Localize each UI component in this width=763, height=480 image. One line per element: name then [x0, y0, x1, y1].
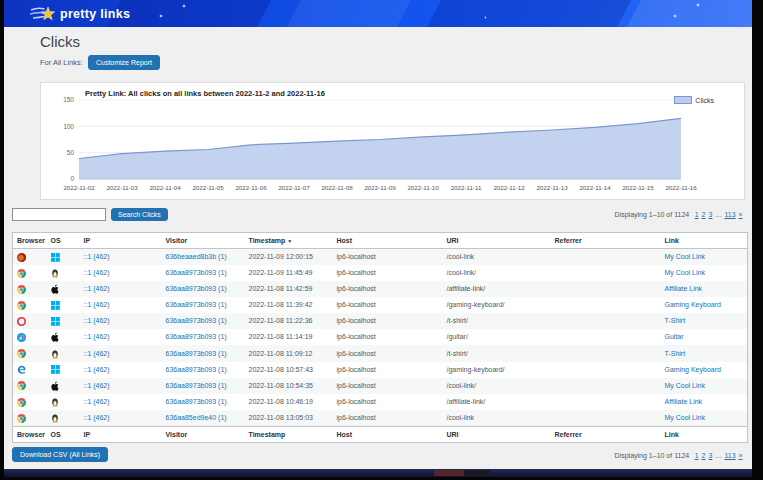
apple-os-icon	[51, 332, 59, 342]
ip-link[interactable]: ::1 (462)	[84, 269, 110, 276]
visitor-link[interactable]: 636aa8973b093 (1)	[166, 366, 227, 373]
column-header-referrer[interactable]: Referrer	[551, 233, 661, 249]
visitor-link[interactable]: 636aa8973b093 (1)	[166, 350, 227, 357]
pagination-ellipsis: …	[715, 211, 722, 218]
download-csv-button[interactable]: Download CSV (All Links)	[12, 447, 108, 462]
customize-report-button[interactable]: Customize Report	[88, 55, 160, 70]
uri-cell: /affiliate-link/	[447, 398, 486, 405]
pretty-link-link[interactable]: Affiliate Link	[665, 398, 703, 405]
column-header-browser[interactable]: Browser	[13, 427, 47, 443]
next-page-link[interactable]: »	[739, 211, 743, 218]
page-link-3[interactable]: 3	[709, 211, 713, 218]
visitor-link[interactable]: 636aa85ed9e40 (1)	[166, 414, 227, 421]
visitor-link[interactable]: 636aa8973b093 (1)	[166, 382, 227, 389]
column-header-host[interactable]: Host	[333, 427, 443, 443]
page-link-1[interactable]: 1	[695, 452, 699, 459]
clicks-table-body: ::1 (462)636beaaed8b3b (1)2022-11-09 12:…	[13, 249, 748, 427]
pretty-link-link[interactable]: Gaming Keyboard	[665, 366, 721, 373]
pretty-link-link[interactable]: My Cool Link	[665, 269, 705, 276]
host-cell: ip6-localhost	[337, 414, 376, 421]
click-row: ::1 (462)636aa8973b093 (1)2022-11-08 11:…	[13, 281, 748, 297]
visitor-link[interactable]: 636aa8973b093 (1)	[166, 285, 227, 292]
column-header-ip[interactable]: IP	[80, 233, 162, 249]
pagination-ellipsis: …	[715, 452, 722, 459]
linux-os-icon	[51, 413, 59, 423]
column-label: Host	[337, 237, 353, 244]
next-page-link[interactable]: »	[739, 452, 743, 459]
ip-link[interactable]: ::1 (462)	[84, 333, 110, 340]
page-link-3[interactable]: 3	[709, 452, 713, 459]
column-header-uri[interactable]: URI	[443, 427, 551, 443]
page-link-2[interactable]: 2	[702, 211, 706, 218]
column-header-link[interactable]: Link	[661, 233, 748, 249]
ip-link[interactable]: ::1 (462)	[84, 253, 110, 260]
ip-link[interactable]: ::1 (462)	[84, 366, 110, 373]
column-header-host[interactable]: Host	[333, 233, 443, 249]
apple-os-icon	[51, 284, 59, 294]
svg-text:2022-11-13: 2022-11-13	[536, 184, 568, 191]
pretty-link-link[interactable]: My Cool Link	[665, 253, 705, 260]
host-cell: ip6-localhost	[337, 301, 376, 308]
ip-link[interactable]: ::1 (462)	[84, 285, 110, 292]
column-header-browser[interactable]: Browser	[13, 233, 47, 249]
visitor-link[interactable]: 636aa8973b093 (1)	[166, 398, 227, 405]
linux-os-icon	[51, 349, 59, 359]
timestamp-cell: 2022-11-08 11:22:36	[249, 317, 313, 324]
column-label: Browser	[17, 431, 45, 438]
search-clicks-button[interactable]: Search Clicks	[111, 208, 168, 221]
pretty-link-link[interactable]: Affiliate Link	[665, 285, 703, 292]
page-title: Clicks	[40, 33, 80, 50]
search-input[interactable]	[12, 208, 106, 221]
click-row: ::1 (462)636aa8973b093 (1)2022-11-08 11:…	[13, 313, 748, 329]
column-header-referrer[interactable]: Referrer	[551, 427, 661, 443]
ip-link[interactable]: ::1 (462)	[84, 317, 110, 324]
ip-link[interactable]: ::1 (462)	[84, 382, 110, 389]
last-page-link[interactable]: 113	[724, 452, 735, 459]
timestamp-cell: 2022-11-09 12:00:15	[249, 253, 313, 260]
column-header-ip[interactable]: IP	[80, 427, 162, 443]
pretty-link-link[interactable]: My Cool Link	[665, 382, 705, 389]
timestamp-cell: 2022-11-08 11:42:59	[249, 285, 313, 292]
pretty-link-link[interactable]: T-Shirt	[665, 350, 686, 357]
visitor-link[interactable]: 636aa8973b093 (1)	[166, 317, 227, 324]
column-header-os[interactable]: OS	[47, 427, 80, 443]
page-link-1[interactable]: 1	[695, 211, 699, 218]
pretty-link-link[interactable]: My Cool Link	[665, 414, 705, 421]
ip-link[interactable]: ::1 (462)	[84, 398, 110, 405]
host-cell: ip6-localhost	[337, 253, 376, 260]
svg-text:2022-11-11: 2022-11-11	[451, 184, 482, 191]
visitor-link[interactable]: 636aa8973b093 (1)	[166, 269, 227, 276]
column-header-visitor[interactable]: Visitor	[162, 233, 245, 249]
uri-cell: /gaming-keyboard/	[447, 301, 505, 308]
uri-cell: /gaming-keyboard/	[447, 366, 505, 373]
page-link-2[interactable]: 2	[702, 452, 706, 459]
column-header-uri[interactable]: URI	[443, 233, 551, 249]
timestamp-cell: 2022-11-08 10:57:43	[249, 366, 313, 373]
opera-browser-icon	[17, 317, 26, 326]
uri-cell: /cool-link/	[447, 382, 477, 389]
pagination-summary: Displaying 1–10 of 1124	[615, 452, 690, 459]
clicks-area-chart: 0501001502022-11-022022-11-032022-11-042…	[41, 83, 746, 201]
logo-text: pretty links	[60, 7, 130, 21]
column-label: Visitor	[166, 237, 188, 244]
pretty-link-link[interactable]: Guitar	[665, 333, 684, 340]
pretty-link-link[interactable]: Gaming Keyboard	[665, 301, 721, 308]
visitor-link[interactable]: 636beaaed8b3b (1)	[166, 253, 227, 260]
chart-legend[interactable]: Clicks	[674, 96, 714, 104]
visitor-link[interactable]: 636aa8973b093 (1)	[166, 301, 227, 308]
pretty-link-link[interactable]: T-Shirt	[665, 317, 686, 324]
column-header-link[interactable]: Link	[661, 427, 748, 443]
click-row: ::1 (462)636aa8973b093 (1)2022-11-08 11:…	[13, 297, 748, 313]
last-page-link[interactable]: 113	[724, 211, 735, 218]
ip-link[interactable]: ::1 (462)	[84, 301, 110, 308]
column-header-timestamp[interactable]: Timestamp	[245, 427, 333, 443]
column-header-timestamp[interactable]: Timestamp▼	[245, 233, 333, 249]
windows-os-icon	[51, 317, 60, 326]
uri-cell: /guitar/	[447, 333, 468, 340]
column-header-visitor[interactable]: Visitor	[162, 427, 245, 443]
ip-link[interactable]: ::1 (462)	[84, 350, 110, 357]
column-label: URI	[447, 431, 459, 438]
ip-link[interactable]: ::1 (462)	[84, 414, 110, 421]
visitor-link[interactable]: 636aa8973b093 (1)	[166, 333, 227, 340]
column-header-os[interactable]: OS	[47, 233, 80, 249]
